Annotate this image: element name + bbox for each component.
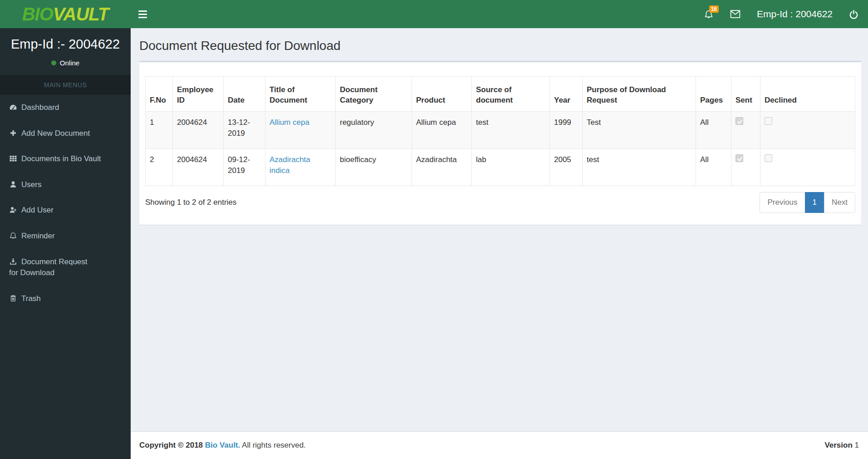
brand-logo[interactable]: BIOVAULT bbox=[0, 0, 131, 28]
column-header-purpose[interactable]: Purpose of Download Request bbox=[583, 77, 696, 112]
download-icon bbox=[9, 257, 17, 266]
navbar: 16 Emp-Id : 2004622 bbox=[131, 0, 868, 28]
sent-checkbox[interactable] bbox=[736, 117, 743, 125]
bell-icon bbox=[9, 232, 17, 240]
user-icon bbox=[9, 180, 17, 188]
table-header-row: F.No Employee ID Date Title of Document … bbox=[146, 77, 855, 112]
brand-logo-bio: BIO bbox=[22, 4, 53, 24]
sidebar-item-add-new-document[interactable]: Add New Document bbox=[0, 121, 131, 147]
cell-category: bioefficacy bbox=[336, 149, 412, 186]
navbar-right-group: 16 Emp-Id : 2004622 bbox=[704, 9, 868, 20]
column-header-date[interactable]: Date bbox=[224, 77, 265, 112]
cell-source: test bbox=[472, 112, 550, 149]
cell-fno: 1 bbox=[146, 112, 173, 149]
document-title-link[interactable]: Azadirachta indica bbox=[270, 155, 310, 175]
page-title: Document Requested for Download bbox=[139, 38, 861, 54]
sidebar-item-users[interactable]: Users bbox=[0, 172, 131, 198]
online-status-label: Online bbox=[60, 59, 79, 67]
sidebar-item-label: Trash bbox=[21, 294, 41, 303]
cell-pages: All bbox=[696, 112, 731, 149]
column-header-category[interactable]: Document Category bbox=[336, 77, 412, 112]
brand-logo-text: BIOVAULT bbox=[22, 5, 109, 23]
column-header-title[interactable]: Title of Document bbox=[265, 77, 336, 112]
entries-summary: Showing 1 to 2 of 2 entries bbox=[145, 198, 236, 207]
table-footer: Showing 1 to 2 of 2 entries Previous 1 N… bbox=[145, 192, 855, 213]
sidebar-item-label: Document Request for Download bbox=[9, 257, 88, 277]
cell-fno: 2 bbox=[146, 149, 173, 186]
notifications-button[interactable]: 16 bbox=[704, 9, 714, 20]
declined-checkbox[interactable] bbox=[765, 117, 772, 125]
sidebar-item-label: Add New Document bbox=[21, 129, 90, 138]
sidebar-item-dashboard[interactable]: Dashboard bbox=[0, 95, 131, 121]
cell-year: 2005 bbox=[550, 149, 583, 186]
navbar-emp-id[interactable]: Emp-Id : 2004622 bbox=[757, 9, 833, 20]
cell-employee-id: 2004624 bbox=[173, 112, 224, 149]
cell-declined bbox=[760, 112, 855, 149]
cell-source: lab bbox=[472, 149, 550, 186]
cell-category: regulatory bbox=[336, 112, 412, 149]
cell-employee-id: 2004624 bbox=[173, 149, 224, 186]
pagination-page-1-button[interactable]: 1 bbox=[805, 192, 824, 213]
column-header-product[interactable]: Product bbox=[412, 77, 472, 112]
column-header-declined[interactable]: Declined bbox=[760, 77, 855, 112]
content-card: F.No Employee ID Date Title of Document … bbox=[139, 61, 861, 225]
page-footer: Copyright © 2018 Bio Vault. All rights r… bbox=[131, 431, 868, 459]
rights-text: All rights reserved. bbox=[242, 441, 306, 449]
dashboard-icon bbox=[9, 103, 17, 111]
document-title-link[interactable]: Allium cepa bbox=[270, 118, 309, 127]
sidebar-item-document-request-for-download[interactable]: Document Request for Download bbox=[0, 249, 131, 286]
pagination-previous-button[interactable]: Previous bbox=[760, 192, 805, 213]
cell-title: Allium cepa bbox=[265, 112, 336, 149]
logout-button[interactable] bbox=[848, 9, 859, 20]
sidebar-toggle-button[interactable] bbox=[138, 4, 158, 24]
sidebar-item-documents-in-bio-vault[interactable]: Documents in Bio Vault bbox=[0, 146, 131, 172]
column-header-year[interactable]: Year bbox=[550, 77, 583, 112]
sidebar: Emp-Id :- 2004622 Online MAIN MENUS Dash… bbox=[0, 28, 131, 459]
requests-table: F.No Employee ID Date Title of Document … bbox=[145, 76, 855, 186]
sidebar-item-add-user[interactable]: Add User bbox=[0, 197, 131, 223]
sidebar-item-label: Reminder bbox=[21, 232, 55, 240]
cell-sent bbox=[731, 149, 760, 186]
sidebar-item-reminder[interactable]: Reminder bbox=[0, 223, 131, 249]
copyright-text: Copyright © 2018 Bio Vault. All rights r… bbox=[139, 441, 306, 450]
sidebar-item-trash[interactable]: Trash bbox=[0, 286, 131, 312]
pagination-next-button[interactable]: Next bbox=[824, 192, 855, 213]
pagination: Previous 1 Next bbox=[760, 192, 855, 213]
sidebar-item-label: Users bbox=[21, 180, 41, 189]
version-value: 1 bbox=[855, 441, 859, 449]
cell-date: 13-12-2019 bbox=[224, 112, 265, 149]
power-icon bbox=[848, 9, 859, 20]
column-header-employee-id[interactable]: Employee ID bbox=[173, 77, 224, 112]
sent-checkbox[interactable] bbox=[736, 154, 743, 162]
sidebar-item-label: Documents in Bio Vault bbox=[21, 154, 101, 163]
column-header-source[interactable]: Source of document bbox=[472, 77, 550, 112]
main-content: Document Requested for Download F.No Em bbox=[131, 28, 868, 431]
messages-button[interactable] bbox=[730, 9, 741, 19]
envelope-icon bbox=[730, 9, 741, 19]
notification-count-badge: 16 bbox=[709, 5, 719, 13]
cell-sent bbox=[731, 112, 760, 149]
grid-icon bbox=[9, 154, 17, 163]
cell-year: 1999 bbox=[550, 112, 583, 149]
column-header-pages[interactable]: Pages bbox=[696, 77, 731, 112]
cell-product: Azadirachta bbox=[412, 149, 472, 186]
table-row: 2 2004624 09-12-2019 Azadirachta indica … bbox=[146, 149, 855, 186]
version-text: Version 1 bbox=[824, 441, 859, 450]
sidebar-section-header: MAIN MENUS bbox=[0, 75, 131, 95]
sidebar-menu: Dashboard Add New Document Documents in … bbox=[0, 95, 131, 312]
bio-vault-link[interactable]: Bio Vault. bbox=[205, 441, 240, 449]
hamburger-icon bbox=[138, 14, 147, 15]
column-header-sent[interactable]: Sent bbox=[731, 77, 760, 112]
column-header-fno[interactable]: F.No bbox=[146, 77, 173, 112]
page-body: Emp-Id :- 2004622 Online MAIN MENUS Dash… bbox=[0, 28, 868, 459]
content-header: Document Requested for Download bbox=[131, 28, 868, 54]
sidebar-user-status: Online bbox=[5, 59, 126, 67]
top-navbar: BIOVAULT 16 bbox=[0, 0, 868, 28]
declined-checkbox[interactable] bbox=[765, 154, 772, 162]
cell-purpose: Test bbox=[583, 112, 696, 149]
plus-icon bbox=[9, 129, 17, 137]
brand-logo-vault: VAULT bbox=[53, 4, 108, 24]
version-label: Version bbox=[824, 441, 852, 449]
copyright-prefix: Copyright © 2018 bbox=[139, 441, 203, 449]
app-window: BIOVAULT 16 bbox=[0, 0, 868, 459]
